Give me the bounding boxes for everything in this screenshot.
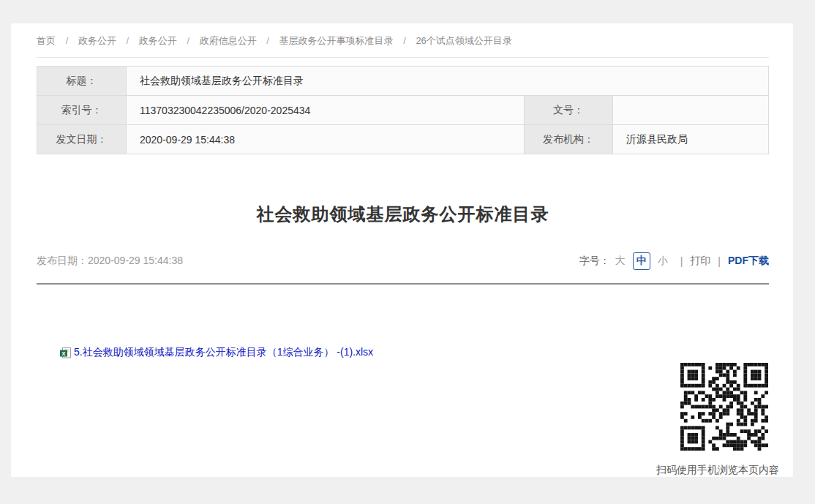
breadcrumb-zhengwu-gongkai-2[interactable]: 政务公开 (139, 35, 177, 46)
qr-block: 扫码使用手机浏览本页内容 (680, 363, 769, 451)
breadcrumb-separator: / (266, 35, 269, 46)
breadcrumb-government-info[interactable]: 政府信息公开 (200, 35, 257, 46)
meta-label-issue-date: 发文日期： (37, 125, 127, 154)
qr-code (680, 363, 769, 451)
breadcrumb-separator: / (66, 35, 69, 46)
document-meta-table: 标题： 社会救助领域基层政务公开标准目录 索引号： 11370323004223… (37, 66, 769, 154)
meta-label-title: 标题： (37, 67, 127, 96)
publish-date-label: 发布日期： (37, 255, 88, 266)
svg-text:X: X (61, 350, 66, 356)
publish-date: 发布日期：2020-09-29 15:44:38 (37, 255, 183, 268)
meta-value-doc-number (613, 96, 769, 125)
breadcrumb-home[interactable]: 首页 (37, 35, 56, 46)
breadcrumb-separator: / (187, 35, 189, 46)
table-row: 发文日期： 2020-09-29 15:44:38 发布机构： 沂源县民政局 (37, 125, 769, 154)
breadcrumb-standard-catalog[interactable]: 基层政务公开事项标准目录 (279, 35, 394, 46)
meta-value-title: 社会救助领域基层政务公开标准目录 (127, 67, 769, 96)
font-size-small-button[interactable]: 小 (655, 253, 671, 269)
excel-file-icon: X (60, 347, 71, 358)
font-size-large-button[interactable]: 大 (612, 253, 628, 269)
meta-value-issue-date: 2020-09-29 15:44:38 (127, 125, 525, 154)
meta-label-doc-number: 文号： (525, 96, 613, 125)
pdf-download-button[interactable]: PDF下载 (728, 255, 769, 268)
meta-label-publisher: 发布机构： (525, 125, 613, 154)
font-size-medium-button[interactable]: 中 (633, 252, 650, 270)
tools-divider: | (680, 255, 683, 267)
meta-value-index-number: 113703230042235006/2020-2025434 (127, 96, 525, 125)
attachment-link[interactable]: X 5.社会救助领域领域基层政务公开标准目录（1综合业务） -(1).xlsx (60, 346, 373, 359)
table-row: 标题： 社会救助领域基层政务公开标准目录 (37, 67, 769, 96)
article-meta-row: 发布日期：2020-09-29 15:44:38 字号： 大 中 小 | 打印 … (37, 252, 769, 270)
attachment-file-name[interactable]: 5.社会救助领域领域基层政务公开标准目录（1综合业务） -(1).xlsx (74, 346, 373, 359)
table-row: 索引号： 113703230042235006/2020-2025434 文号： (37, 96, 769, 125)
breadcrumb-zhengwu-gongkai-1[interactable]: 政务公开 (78, 35, 116, 46)
print-button[interactable]: 打印 (690, 255, 710, 268)
qr-caption: 扫码使用手机浏览本页内容 (656, 464, 779, 477)
breadcrumb-separator: / (127, 35, 129, 46)
breadcrumb: 首页 / 政务公开 / 政务公开 / 政府信息公开 / 基层政务公开事项标准目录… (37, 23, 769, 58)
article-content: X 5.社会救助领域领域基层政务公开标准目录（1综合业务） -(1).xlsx … (37, 285, 769, 478)
breadcrumb-current-page: 26个试点领域公开目录 (416, 35, 511, 46)
meta-label-index-number: 索引号： (37, 96, 127, 125)
meta-value-publisher: 沂源县民政局 (613, 125, 769, 154)
article-tools: 字号： 大 中 小 | 打印 | PDF下载 (579, 252, 769, 270)
tools-divider: | (718, 255, 721, 267)
breadcrumb-separator: / (403, 35, 406, 46)
content-card: 首页 / 政务公开 / 政务公开 / 政府信息公开 / 基层政务公开事项标准目录… (11, 23, 793, 477)
page-title: 社会救助领域基层政务公开标准目录 (37, 203, 769, 226)
font-size-label: 字号： (579, 255, 610, 268)
publish-date-value: 2020-09-29 15:44:38 (88, 255, 183, 266)
